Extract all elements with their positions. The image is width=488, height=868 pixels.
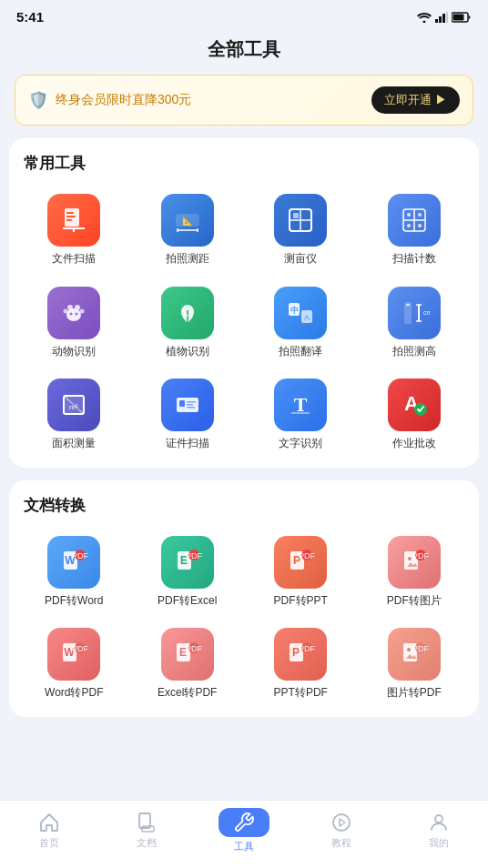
bottom-nav: 首页 文档 工具 教程 我的 — [0, 800, 488, 868]
header: 全部工具 — [0, 28, 488, 75]
svg-rect-8 — [66, 212, 74, 214]
nav-home[interactable]: 首页 — [22, 812, 76, 850]
banner-left: 🛡️ 终身会员限时直降300元 — [28, 90, 191, 110]
tool-pdf-word[interactable]: WPDF PDF转Word — [18, 529, 130, 616]
tool-homework-label: 作业批改 — [392, 437, 436, 451]
tool-text-recog-label: 文字识别 — [279, 437, 322, 451]
common-tools-section: 常用工具 文件扫描 📐 拍照测距 测亩仪 — [9, 138, 479, 468]
svg-rect-92 — [142, 826, 154, 832]
tool-scan-count-icon — [388, 194, 441, 247]
tool-file-scan[interactable]: 文件扫描 — [18, 187, 130, 274]
svg-marker-94 — [340, 819, 345, 826]
svg-point-93 — [333, 814, 350, 831]
svg-rect-2 — [439, 16, 442, 23]
tool-photo-height-label: 拍照测高 — [392, 345, 436, 359]
tool-scan-count-label: 扫描计数 — [392, 252, 436, 267]
svg-point-30 — [67, 305, 73, 310]
svg-point-88 — [407, 648, 411, 651]
wifi-icon — [417, 12, 432, 23]
tool-file-scan-icon — [47, 194, 100, 247]
svg-point-25 — [407, 213, 411, 217]
tool-area-measure[interactable]: m² 面积测量 — [18, 371, 130, 459]
svg-text:m²: m² — [69, 403, 78, 411]
svg-point-27 — [407, 224, 411, 227]
tools-icon — [233, 812, 255, 833]
vip-activate-button[interactable]: 立即开通 ▶ — [371, 86, 460, 114]
svg-point-32 — [64, 308, 68, 313]
doc-convert-grid: WPDF PDF转Word EPDF PDF转Excel PPDF PDF转PP… — [18, 529, 470, 708]
tool-pdf-word-icon: WPDF — [47, 536, 100, 589]
tool-pdf-excel-label: PDF转Excel — [158, 594, 217, 609]
nav-docs-label: 文档 — [137, 836, 157, 850]
svg-rect-54 — [187, 407, 195, 409]
tool-pdf-ppt-icon: PPDF — [274, 536, 327, 589]
tool-animal-id[interactable]: 动物识别 — [18, 279, 130, 367]
nav-tools[interactable]: 工具 — [217, 808, 271, 853]
svg-point-33 — [80, 308, 85, 313]
svg-text:cm: cm — [423, 309, 430, 316]
svg-rect-53 — [187, 404, 193, 406]
svg-point-26 — [418, 213, 422, 217]
tool-surveyor-icon — [274, 194, 327, 247]
svg-point-0 — [423, 20, 426, 23]
tool-img-pdf[interactable]: PDF 图片转PDF — [359, 621, 471, 708]
svg-rect-3 — [442, 14, 445, 23]
tool-plant-id-label: 植物识别 — [166, 345, 209, 359]
vip-banner[interactable]: 🛡️ 终身会员限时直降300元 立即开通 ▶ — [15, 75, 473, 126]
battery-icon — [452, 12, 472, 23]
tool-word-pdf[interactable]: WPDF Word转PDF — [18, 621, 130, 708]
svg-point-35 — [76, 312, 78, 315]
nav-docs[interactable]: 文档 — [119, 812, 174, 850]
tool-word-pdf-label: Word转PDF — [45, 686, 103, 701]
nav-tutorial[interactable]: 教程 — [314, 812, 369, 850]
nav-mine[interactable]: 我的 — [412, 812, 466, 850]
tool-excel-pdf[interactable]: EPDF Excel转PDF — [132, 621, 244, 708]
tool-ppt-pdf-icon: PPDF — [274, 628, 327, 681]
tool-id-scan[interactable]: 证件扫描 — [132, 371, 244, 459]
tool-plant-id[interactable]: 植物识别 — [132, 279, 244, 367]
tool-pdf-img[interactable]: PDF PDF转图片 — [359, 529, 471, 616]
banner-text: 终身会员限时直降300元 — [56, 92, 191, 108]
svg-rect-9 — [66, 216, 76, 217]
tool-file-scan-label: 文件扫描 — [52, 252, 96, 267]
tool-photo-translate[interactable]: 中A 拍照翻译 — [245, 279, 357, 367]
svg-text:PDF: PDF — [72, 644, 89, 653]
tool-surveyor-label: 测亩仪 — [284, 252, 317, 267]
tool-pdf-word-label: PDF转Word — [45, 594, 103, 609]
svg-rect-1 — [435, 19, 438, 23]
svg-text:PDF: PDF — [299, 644, 316, 653]
svg-point-72 — [408, 557, 412, 560]
svg-point-34 — [70, 312, 73, 315]
tool-pdf-ppt[interactable]: PPDF PDF转PPT — [245, 529, 357, 616]
nav-tutorial-label: 教程 — [331, 836, 351, 850]
tool-word-pdf-icon: WPDF — [47, 628, 100, 681]
svg-text:A: A — [304, 313, 310, 322]
svg-text:PDF: PDF — [186, 551, 203, 560]
svg-text:中: 中 — [290, 306, 299, 315]
nav-tools-label: 工具 — [234, 840, 254, 853]
status-bar: 5:41 — [0, 0, 488, 28]
tool-homework[interactable]: A 作业批改 — [359, 371, 471, 459]
tool-pdf-excel[interactable]: EPDF PDF转Excel — [132, 529, 244, 616]
tool-text-recog-icon: T — [274, 378, 327, 431]
tool-id-scan-label: 证件扫描 — [166, 437, 209, 451]
tool-text-recog[interactable]: T 文字识别 — [245, 371, 357, 459]
svg-text:PDF: PDF — [412, 644, 430, 653]
svg-rect-10 — [66, 219, 72, 221]
tool-photo-measure[interactable]: 📐 拍照测距 — [132, 187, 244, 274]
svg-rect-52 — [187, 401, 196, 403]
doc-convert-section: 文档转换 WPDF PDF转Word EPDF PDF转Excel PPDF — [9, 480, 479, 717]
doc-convert-title: 文档转换 — [18, 495, 470, 516]
svg-text:PDF: PDF — [72, 551, 89, 560]
tool-scan-count[interactable]: 扫描计数 — [359, 187, 471, 274]
tool-photo-height[interactable]: cm 拍照测高 — [359, 279, 471, 367]
tool-surveyor[interactable]: 测亩仪 — [245, 187, 357, 274]
tool-ppt-pdf[interactable]: PPDF PPT转PDF — [245, 621, 357, 708]
tool-pdf-img-label: PDF转图片 — [387, 594, 442, 609]
tool-photo-translate-label: 拍照翻译 — [279, 345, 322, 359]
tool-animal-id-label: 动物识别 — [52, 345, 96, 359]
svg-point-28 — [418, 224, 422, 227]
svg-rect-51 — [179, 400, 185, 407]
mine-icon — [428, 812, 450, 833]
svg-point-31 — [75, 305, 80, 310]
